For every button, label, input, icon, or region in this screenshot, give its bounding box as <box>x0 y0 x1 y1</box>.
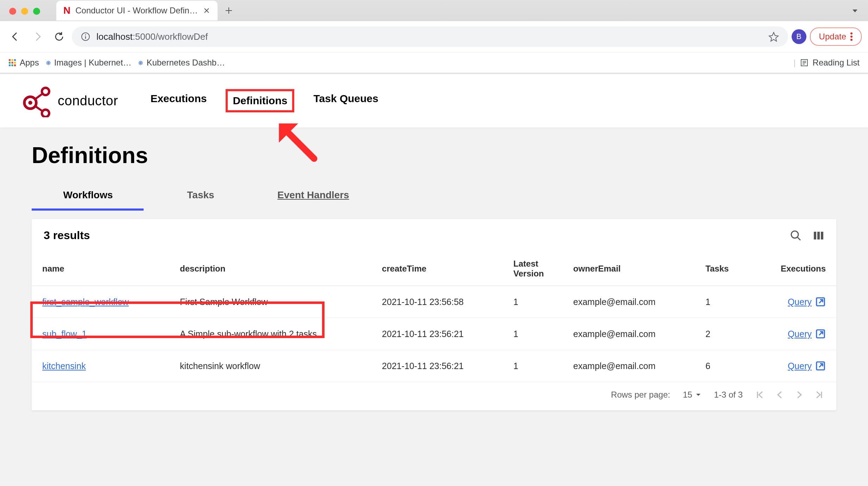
browser-tab-title: Conductor UI - Workflow Defin… <box>75 6 198 15</box>
tab-event-handlers[interactable]: Event Handlers <box>257 180 370 211</box>
netflix-favicon-icon: N <box>63 5 70 16</box>
svg-rect-9 <box>12 62 13 63</box>
main-nav: Executions Definitions Task Queues <box>148 89 380 112</box>
table-row: kitchensink kitchensink workflow 2021-10… <box>32 350 836 382</box>
profile-badge[interactable]: B <box>792 29 806 44</box>
table-footer: Rows per page: 15 1-3 of 3 <box>32 382 836 407</box>
active-tab-indicator <box>32 208 144 211</box>
update-label: Update <box>819 32 846 42</box>
last-page-icon <box>814 390 824 399</box>
svg-rect-11 <box>9 64 11 66</box>
tab-tasks[interactable]: Tasks <box>144 180 257 211</box>
more-vert-icon <box>850 32 853 41</box>
update-button[interactable]: Update <box>810 27 862 46</box>
query-executions-link[interactable]: Query <box>788 361 826 371</box>
back-button[interactable] <box>6 27 25 46</box>
url-port: :5000 <box>133 31 156 42</box>
search-icon[interactable] <box>790 230 802 242</box>
results-card: 3 results name description createTime La… <box>32 219 836 410</box>
svg-point-1 <box>85 35 86 36</box>
cell-owner-email: example@email.com <box>563 318 695 350</box>
col-createtime[interactable]: createTime <box>371 252 503 286</box>
svg-rect-24 <box>821 232 823 239</box>
nav-executions[interactable]: Executions <box>148 89 209 112</box>
svg-rect-22 <box>814 232 816 239</box>
workflow-name-link[interactable]: kitchensink <box>42 361 86 371</box>
reload-button[interactable] <box>50 27 68 46</box>
browser-tab[interactable]: N Conductor UI - Workflow Defin… <box>56 1 218 20</box>
columns-icon[interactable] <box>812 230 824 242</box>
query-executions-link[interactable]: Query <box>788 329 826 339</box>
svg-rect-10 <box>14 62 16 63</box>
url-host: localhost <box>96 31 133 42</box>
conductor-logo-text: conductor <box>58 93 118 108</box>
prev-page-icon <box>775 390 784 399</box>
conductor-logo-icon <box>20 84 53 117</box>
cell-createtime: 2021-10-11 23:56:21 <box>371 318 503 350</box>
close-tab-icon[interactable] <box>203 7 210 14</box>
nav-definitions[interactable]: Definitions <box>226 89 294 112</box>
chevron-down-icon <box>695 392 702 398</box>
bookmark-star-icon[interactable] <box>768 31 779 42</box>
window-minimize-button[interactable] <box>21 8 28 15</box>
reading-list-button[interactable]: | Reading List <box>793 58 860 68</box>
col-name[interactable]: name <box>32 252 169 286</box>
cell-tasks: 1 <box>695 286 751 318</box>
first-page-icon <box>755 390 765 399</box>
svg-rect-13 <box>14 64 16 66</box>
cell-latest-version: 1 <box>503 286 563 318</box>
col-description[interactable]: description <box>169 252 371 286</box>
table-row: sub_flow_1 A Simple sub-workflow with 2 … <box>32 318 836 350</box>
cell-tasks: 2 <box>695 318 751 350</box>
col-tasks[interactable]: Tasks <box>695 252 751 286</box>
bookmarks-bar: Apps ⎈ Images | Kubernet… ⎈ Kubernetes D… <box>0 52 868 73</box>
site-info-icon[interactable] <box>81 32 90 41</box>
workflow-name-link[interactable]: sub_flow_1 <box>42 329 87 339</box>
table-header-row: name description createTime Latest Versi… <box>32 252 836 286</box>
cell-createtime: 2021-10-11 23:56:58 <box>371 286 503 318</box>
new-tab-button[interactable] <box>222 4 235 17</box>
nav-task-queues[interactable]: Task Queues <box>311 89 380 112</box>
chrome-profile-dropdown-icon[interactable] <box>850 6 860 16</box>
rows-per-page-select[interactable]: 15 <box>683 390 702 400</box>
workflow-name-link[interactable]: first_sample_workflow <box>42 297 129 307</box>
svg-rect-12 <box>12 64 13 66</box>
open-external-icon <box>815 297 826 307</box>
cell-owner-email: example@email.com <box>563 286 695 318</box>
apps-label: Apps <box>20 58 39 68</box>
cell-description: kitchensink workflow <box>169 350 371 382</box>
svg-point-19 <box>42 88 49 95</box>
cell-tasks: 6 <box>695 350 751 382</box>
col-executions[interactable]: Executions <box>752 252 836 286</box>
cell-description: A Simple sub-workflow with 2 tasks <box>169 318 371 350</box>
url-bar[interactable]: localhost:5000/workflowDef <box>72 26 788 47</box>
window-close-button[interactable] <box>9 8 16 15</box>
app-header: conductor Executions Definitions Task Qu… <box>0 74 868 127</box>
window-maximize-button[interactable] <box>33 8 40 15</box>
rows-per-page-label: Rows per page: <box>611 390 670 400</box>
page-title: Definitions <box>32 142 836 168</box>
cell-owner-email: example@email.com <box>563 350 695 382</box>
bookmark-label: Kubernetes Dashb… <box>146 58 225 68</box>
browser-tab-row: N Conductor UI - Workflow Defin… <box>0 0 868 21</box>
query-executions-link[interactable]: Query <box>788 297 826 307</box>
col-latest-version[interactable]: Latest Version <box>503 252 563 286</box>
url-path: /workflowDef <box>156 31 208 42</box>
conductor-logo[interactable]: conductor <box>20 84 118 117</box>
results-count: 3 results <box>44 229 90 242</box>
svg-rect-6 <box>12 59 13 61</box>
reading-list-label: Reading List <box>813 58 860 68</box>
apps-shortcut[interactable]: Apps <box>8 58 39 68</box>
svg-point-4 <box>850 39 853 41</box>
bookmark-item-k8s-dashboard[interactable]: ⎈ Kubernetes Dashb… <box>138 58 225 68</box>
bookmark-item-k8s-images[interactable]: ⎈ Images | Kubernet… <box>46 58 132 68</box>
next-page-icon <box>795 390 804 399</box>
table-row: first_sample_workflow First Sample Workf… <box>32 286 836 318</box>
tab-workflows[interactable]: Workflows <box>32 180 144 211</box>
svg-point-3 <box>850 36 853 38</box>
svg-point-21 <box>791 231 798 238</box>
svg-rect-5 <box>9 59 11 61</box>
cell-latest-version: 1 <box>503 350 563 382</box>
bookmark-label: Images | Kubernet… <box>54 58 132 68</box>
col-owneremail[interactable]: ownerEmail <box>563 252 695 286</box>
